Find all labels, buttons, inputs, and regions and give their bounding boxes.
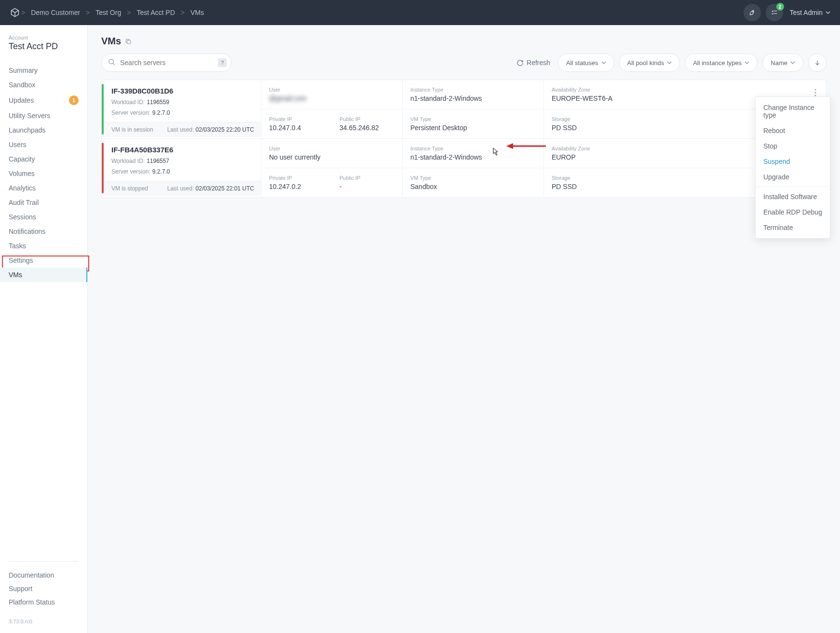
- vm-name: IF-FB4A50B337E6: [111, 146, 254, 154]
- svg-point-4: [815, 92, 816, 94]
- vm-storage: PD SSD: [552, 124, 677, 132]
- sidebar-item-capacity[interactable]: Capacity: [0, 152, 87, 166]
- menu-item-terminate[interactable]: Terminate: [756, 220, 830, 235]
- sidebar-item-launchpads[interactable]: Launchpads: [0, 123, 87, 137]
- vm-last-used: Last used: 02/03/2025 22:01 UTC: [167, 185, 254, 192]
- sort-direction-button[interactable]: [808, 54, 826, 72]
- sidebar-item-utility-servers[interactable]: Utility Servers: [0, 108, 87, 123]
- page-title: VMs: [101, 36, 826, 47]
- sidebar-footer-documentation[interactable]: Documentation: [0, 568, 87, 582]
- badge: 1: [69, 95, 79, 105]
- breadcrumb-item[interactable]: Test Acct PD: [132, 9, 179, 16]
- sidebar-item-updates[interactable]: Updates1: [0, 92, 87, 108]
- status-strip: [102, 143, 104, 193]
- menu-item-reboot[interactable]: Reboot: [756, 123, 830, 138]
- sidebar-item-label: Sessions: [9, 213, 36, 221]
- user-menu[interactable]: Test Admin: [790, 9, 830, 16]
- menu-item-upgrade[interactable]: Upgrade: [756, 169, 830, 185]
- vm-server-version: Server version:9.2.7.0: [111, 168, 254, 175]
- sidebar-item-label: Utility Servers: [9, 112, 50, 120]
- sidebar-item-settings[interactable]: Settings: [0, 253, 87, 268]
- sidebar-item-sessions[interactable]: Sessions: [0, 210, 87, 224]
- sort-button[interactable]: Name: [762, 54, 803, 72]
- sidebar-item-label: Settings: [9, 256, 33, 264]
- filter-pool-kinds[interactable]: All pool kinds: [619, 54, 680, 72]
- label-storage: Storage: [552, 116, 677, 122]
- version-text: 3.73.0.rc0: [0, 609, 87, 627]
- vm-card: IF-339D8C00B1D6 Workload ID:1196559 Serv…: [102, 80, 826, 139]
- chevron-down-icon: [826, 10, 830, 15]
- sidebar-item-label: Users: [9, 141, 27, 148]
- breadcrumb-sep: >: [180, 9, 186, 16]
- breadcrumb-item[interactable]: Demo Customer: [26, 9, 85, 16]
- sidebar-item-notifications[interactable]: Notifications: [0, 224, 87, 239]
- sidebar-item-sandbox[interactable]: Sandbox: [0, 78, 87, 92]
- chevron-down-icon: [601, 60, 606, 65]
- sidebar-item-label: Launchpads: [9, 126, 45, 134]
- label-public-ip: Public IP: [339, 175, 394, 181]
- chevron-down-icon: [745, 60, 749, 65]
- breadcrumb-sep: >: [126, 9, 132, 16]
- vm-private-ip: 10.247.0.2: [269, 183, 324, 190]
- vm-user: No user currently: [269, 153, 394, 161]
- label-private-ip: Private IP: [269, 116, 324, 122]
- sidebar-item-users[interactable]: Users: [0, 137, 87, 152]
- svg-rect-1: [127, 40, 131, 43]
- tasks-icon[interactable]: 2: [766, 4, 783, 21]
- sidebar-item-volumes[interactable]: Volumes: [0, 166, 87, 181]
- label-user: User: [269, 146, 394, 151]
- menu-item-change-instance-type[interactable]: Change Instance type: [756, 100, 830, 123]
- sidebar-item-audit-trail[interactable]: Audit Trail: [0, 195, 87, 210]
- label-private-ip: Private IP: [269, 175, 324, 181]
- user-name: Test Admin: [790, 9, 823, 16]
- vm-public-ip: -: [339, 183, 394, 190]
- vm-private-ip: 10.247.0.4: [269, 124, 324, 132]
- filter-statuses[interactable]: All statuses: [558, 54, 614, 72]
- svg-point-0: [752, 11, 753, 12]
- breadcrumb-item[interactable]: VMs: [186, 9, 209, 16]
- chevron-down-icon: [790, 60, 795, 65]
- menu-item-stop[interactable]: Stop: [756, 138, 830, 154]
- breadcrumb-item[interactable]: Test Org: [91, 9, 126, 16]
- account-name: Test Acct PD: [0, 40, 87, 63]
- sidebar-item-tasks[interactable]: Tasks: [0, 239, 87, 253]
- arrow-down-icon: [814, 59, 821, 66]
- refresh-button[interactable]: Refresh: [516, 59, 553, 67]
- context-menu: Change Instance typeRebootStopSuspendUpg…: [755, 96, 830, 239]
- search-input[interactable]: [101, 54, 231, 72]
- vm-card: IF-FB4A50B337E6 Workload ID:1196557 Serv…: [102, 139, 826, 197]
- sidebar-item-label: Notifications: [9, 228, 45, 235]
- copy-icon[interactable]: [125, 38, 132, 45]
- sidebar-footer-support[interactable]: Support: [0, 582, 87, 595]
- svg-point-3: [815, 89, 816, 91]
- topbar: > Demo Customer > Test Org > Test Acct P…: [0, 0, 840, 25]
- menu-item-installed-software[interactable]: Installed Software: [756, 189, 830, 204]
- vm-storage: PD SSD: [552, 183, 677, 190]
- filter-instance-types[interactable]: All instance types: [685, 54, 758, 72]
- vm-type: Sandbox: [410, 183, 536, 190]
- chevron-down-icon: [667, 60, 672, 65]
- vm-user: @gmail.com: [269, 94, 394, 102]
- logo-icon[interactable]: [10, 7, 20, 18]
- sidebar-item-vms[interactable]: VMs: [0, 268, 87, 282]
- main-content: VMs ? Refresh All statuses All pool kind…: [88, 25, 840, 633]
- menu-item-enable-rdp-debug[interactable]: Enable RDP Debug: [756, 204, 830, 220]
- sidebar-footer-platform-status[interactable]: Platform Status: [0, 595, 87, 609]
- vm-name: IF-339D8C00B1D6: [111, 87, 254, 95]
- sidebar: Account Test Acct PD SummarySandboxUpdat…: [0, 25, 88, 633]
- vm-status-text: VM is stopped: [111, 185, 148, 192]
- sidebar-item-label: Tasks: [9, 242, 26, 250]
- vm-workload: Workload ID:1196557: [111, 158, 254, 164]
- label-instance-type: Instance Type: [410, 87, 536, 93]
- menu-item-suspend[interactable]: Suspend: [756, 154, 830, 169]
- sidebar-item-summary[interactable]: Summary: [0, 63, 87, 78]
- rocket-icon[interactable]: [744, 4, 761, 21]
- sidebar-item-label: Summary: [9, 67, 38, 74]
- help-icon[interactable]: ?: [218, 58, 227, 67]
- label-public-ip: Public IP: [339, 116, 394, 122]
- sidebar-item-analytics[interactable]: Analytics: [0, 181, 87, 195]
- svg-point-2: [109, 59, 113, 64]
- vm-status-text: VM is in session: [111, 126, 153, 133]
- vm-availability-zone: EUROPE-WEST6-A: [552, 94, 677, 102]
- vm-instance-type: n1-standard-2-Windows: [410, 153, 536, 161]
